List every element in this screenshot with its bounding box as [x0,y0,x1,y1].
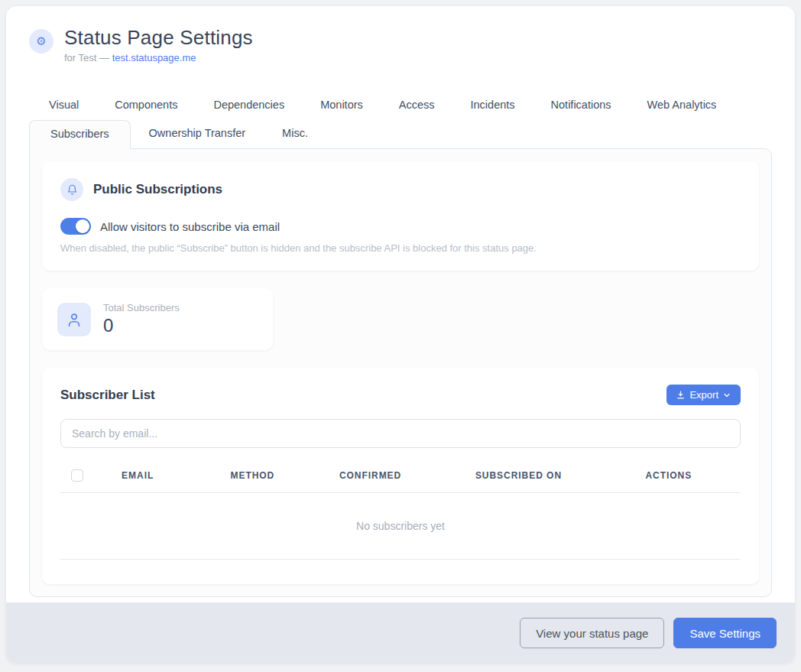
export-label: Export [689,389,718,401]
column-confirmed: CONFIRMED [339,463,475,493]
page-subtitle: for Test — test.statuspage.me [64,52,253,63]
header-text: Status Page Settings for Test — test.sta… [64,26,253,63]
user-icon [57,303,91,336]
tab-misc[interactable]: Misc. [264,120,326,148]
subscribers-panel: Public Subscriptions Allow visitors to s… [29,148,772,597]
bell-icon [60,178,83,201]
column-subscribed-on: SUBSCRIBED ON [475,463,646,493]
search-input[interactable] [60,419,741,448]
subtitle-prefix: for Test — [64,52,109,63]
column-email: EMAIL [122,463,230,493]
subscriber-list-header: Subscriber List Export [60,385,741,405]
tab-row-1: Visual Components Dependencies Monitors … [29,91,772,118]
download-icon [676,390,686,400]
tab-subscribers[interactable]: Subscribers [29,120,131,149]
subscriber-table: EMAIL METHOD CONFIRMED SUBSCRIBED ON ACT… [60,463,741,560]
settings-tabs: Visual Components Dependencies Monitors … [29,91,772,148]
table-header-row: EMAIL METHOD CONFIRMED SUBSCRIBED ON ACT… [60,463,741,493]
public-subscriptions-title: Public Subscriptions [93,182,222,197]
tab-dependencies[interactable]: Dependencies [213,99,284,111]
status-page-settings-window: ⚙ Status Page Settings for Test — test.s… [6,6,795,664]
tab-ownership-transfer[interactable]: Ownership Transfer [131,120,264,148]
total-subscribers-label: Total Subscribers [103,302,180,313]
tab-components[interactable]: Components [115,99,177,111]
page-header: ⚙ Status Page Settings for Test — test.s… [6,6,795,63]
status-page-link[interactable]: test.statuspage.me [112,52,196,63]
total-subscribers-card: Total Subscribers 0 [42,288,273,350]
export-button[interactable]: Export [666,385,741,405]
gear-glyph: ⚙ [36,34,46,48]
tab-visual[interactable]: Visual [49,99,79,111]
public-subscriptions-header: Public Subscriptions [60,178,741,201]
total-subscribers-value: 0 [103,315,180,336]
tab-access[interactable]: Access [399,99,435,111]
total-subscribers-stat: Total Subscribers 0 [103,302,180,336]
column-actions: ACTIONS [645,463,741,493]
public-subscriptions-card: Public Subscriptions Allow visitors to s… [42,161,759,271]
view-status-page-button[interactable]: View your status page [520,618,664,648]
gear-icon: ⚙ [29,29,54,54]
subscribe-help-text: When disabled, the public “Subscribe” bu… [60,242,741,254]
subscriber-list-card: Subscriber List Export [42,368,759,584]
column-method: METHOD [230,463,339,493]
toggle-knob [76,219,89,233]
chevron-down-icon [722,391,731,400]
save-settings-button[interactable]: Save Settings [673,618,777,648]
tab-web-analytics[interactable]: Web Analytics [647,99,717,111]
subscribe-toggle-label: Allow visitors to subscribe via email [100,220,280,233]
empty-state-row: No subscribers yet [60,493,741,560]
subscribe-toggle-row: Allow visitors to subscribe via email [60,218,741,235]
page-title: Status Page Settings [64,26,253,50]
tab-incidents[interactable]: Incidents [471,99,515,111]
subscriber-list-title: Subscriber List [60,388,155,403]
tab-notifications[interactable]: Notifications [551,99,611,111]
empty-state-message: No subscribers yet [60,493,741,560]
subscribe-toggle[interactable] [60,218,91,235]
select-all-checkbox[interactable] [71,469,83,482]
tab-monitors[interactable]: Monitors [320,99,363,111]
footer-action-bar: View your status page Save Settings [6,602,795,664]
tab-row-2: Subscribers Ownership Transfer Misc. [29,120,772,148]
